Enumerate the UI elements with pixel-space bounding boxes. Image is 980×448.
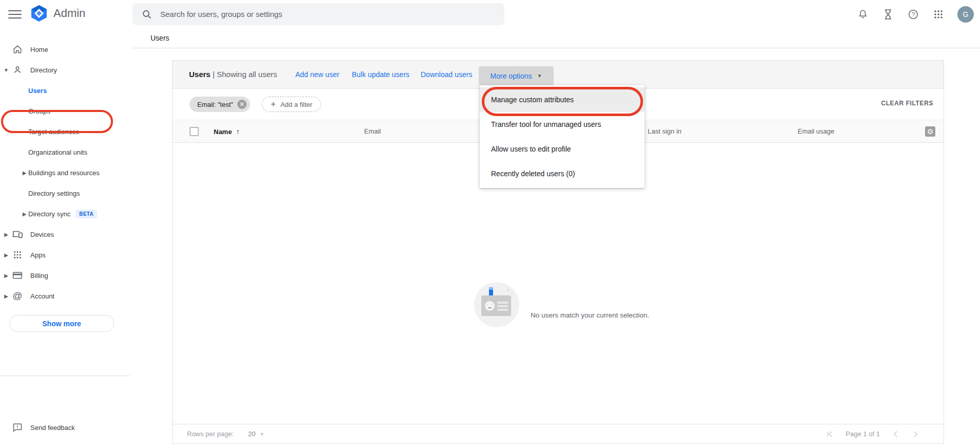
column-email[interactable]: Email bbox=[364, 127, 381, 135]
plus-icon: + bbox=[271, 99, 276, 109]
sidebar-divider bbox=[0, 376, 130, 376]
at-sign-icon: @ bbox=[11, 290, 24, 302]
chevron-right-icon[interactable]: ▶ bbox=[21, 211, 28, 217]
sidebar-item-groups[interactable]: Groups bbox=[0, 101, 130, 121]
account-avatar[interactable]: G bbox=[957, 6, 974, 23]
billing-card-icon bbox=[11, 269, 24, 282]
sidebar-item-organizational-units[interactable]: Organizational units bbox=[0, 142, 130, 162]
svg-text:?: ? bbox=[912, 11, 915, 17]
panel-title: Users | Showing all users bbox=[189, 70, 277, 79]
column-email-usage[interactable]: Email usage bbox=[798, 127, 835, 135]
next-page-icon[interactable] bbox=[912, 431, 919, 438]
beta-badge: BETA bbox=[76, 210, 97, 218]
column-settings-gear-icon[interactable]: ⚙ bbox=[925, 126, 935, 137]
feedback-icon bbox=[11, 421, 24, 434]
column-last-sign-in[interactable]: Last sign in bbox=[648, 127, 682, 135]
menu-item-manage-custom-attributes[interactable]: Manage custom attributes bbox=[480, 87, 645, 112]
users-panel-header: Users | Showing all users Add new user B… bbox=[173, 61, 944, 89]
apps-grid-icon[interactable] bbox=[932, 8, 945, 21]
empty-state-illustration: ✦ • bbox=[474, 282, 519, 327]
devices-icon bbox=[11, 228, 24, 240]
add-filter-button[interactable]: + Add a filter bbox=[262, 97, 321, 112]
rows-per-page-select[interactable]: 20 ▼ bbox=[248, 430, 264, 438]
sidebar-item-directory[interactable]: ▼ Directory bbox=[0, 60, 130, 80]
search-input[interactable] bbox=[160, 10, 468, 18]
copyright-text: © 2023 Google Inc. bbox=[9, 446, 90, 448]
menu-item-transfer-tool[interactable]: Transfer tool for unmanaged users bbox=[480, 112, 645, 137]
sidebar-item-directory-settings[interactable]: Directory settings bbox=[0, 183, 130, 203]
apps-icon bbox=[11, 249, 24, 261]
more-options-menu: Manage custom attributes Transfer tool f… bbox=[480, 85, 645, 188]
add-new-user-link[interactable]: Add new user bbox=[295, 70, 340, 79]
admin-logo-icon bbox=[30, 4, 48, 23]
search-bar[interactable] bbox=[133, 3, 504, 25]
send-feedback-button[interactable]: Send feedback bbox=[0, 417, 130, 438]
sidebar-item-buildings-resources[interactable]: ▶ Buildings and resources bbox=[0, 162, 130, 183]
rows-per-page-label: Rows per page: bbox=[187, 430, 234, 438]
home-icon bbox=[11, 43, 24, 55]
show-more-button[interactable]: Show more bbox=[9, 315, 114, 332]
sidebar-item-directory-sync[interactable]: ▶ Directory sync BETA bbox=[0, 203, 130, 224]
breadcrumb-divider bbox=[133, 48, 980, 48]
sidebar-item-home[interactable]: Home bbox=[0, 39, 130, 60]
sidebar-item-apps[interactable]: ▶ Apps bbox=[0, 245, 130, 265]
sort-ascending-icon[interactable]: ↑ bbox=[236, 127, 239, 136]
select-all-checkbox[interactable] bbox=[190, 127, 199, 136]
sidebar-footer: © 2023 Google Inc. Terms of service - Bi… bbox=[9, 446, 90, 448]
more-options-button[interactable]: More options ▼ bbox=[479, 66, 554, 85]
breadcrumb: Users bbox=[150, 34, 169, 42]
pagination-bar: Rows per page: 20 ▼ Page 1 of 1 bbox=[173, 424, 944, 443]
page-info: Page 1 of 1 bbox=[846, 430, 880, 438]
chevron-right-icon[interactable]: ▶ bbox=[2, 252, 10, 258]
sidebar-item-account[interactable]: ▶ @ Account bbox=[0, 286, 130, 306]
remove-filter-icon[interactable]: ✕ bbox=[237, 100, 247, 109]
chevron-down-icon: ▼ bbox=[537, 73, 542, 79]
chevron-down-icon: ▼ bbox=[260, 432, 265, 437]
empty-state-message: No users match your current selection. bbox=[531, 311, 649, 319]
menu-item-allow-edit-profile[interactable]: Allow users to edit profile bbox=[480, 137, 645, 161]
download-users-link[interactable]: Download users bbox=[421, 70, 472, 79]
notifications-bell-icon[interactable] bbox=[857, 8, 869, 21]
sidebar-item-users[interactable]: Users bbox=[0, 80, 130, 101]
sidebar-nav: Home ▼ Directory Users Groups Target aud… bbox=[0, 31, 130, 448]
menu-item-recently-deleted[interactable]: Recently deleted users (0) bbox=[480, 161, 645, 186]
chevron-right-icon[interactable]: ▶ bbox=[2, 232, 10, 237]
sidebar-item-billing[interactable]: ▶ Billing bbox=[0, 265, 130, 286]
first-page-icon[interactable] bbox=[826, 431, 834, 438]
help-icon[interactable]: ? bbox=[907, 8, 919, 21]
email-filter-chip[interactable]: Email: "test" ✕ bbox=[190, 97, 250, 112]
hamburger-menu-icon[interactable] bbox=[8, 8, 22, 20]
chevron-right-icon[interactable]: ▶ bbox=[2, 293, 10, 299]
chevron-down-icon[interactable]: ▼ bbox=[2, 67, 10, 73]
bulk-update-users-link[interactable]: Bulk update users bbox=[352, 70, 409, 79]
clear-filters-button[interactable]: CLEAR FILTERS bbox=[881, 100, 933, 107]
sidebar-item-devices[interactable]: ▶ Devices bbox=[0, 224, 130, 245]
chevron-right-icon[interactable]: ▶ bbox=[21, 170, 28, 176]
search-icon bbox=[142, 9, 152, 20]
chevron-right-icon[interactable]: ▶ bbox=[2, 273, 10, 278]
top-app-bar: Admin ? G bbox=[0, 0, 980, 28]
sidebar-item-target-audiences[interactable]: Target audiences bbox=[0, 121, 130, 142]
product-title: Admin bbox=[53, 7, 85, 20]
previous-page-icon[interactable] bbox=[892, 431, 899, 438]
column-name[interactable]: Name ↑ bbox=[214, 127, 239, 136]
google-admin-logo: Admin bbox=[30, 4, 85, 23]
person-icon bbox=[11, 64, 24, 76]
hourglass-tasks-icon[interactable] bbox=[882, 8, 894, 21]
